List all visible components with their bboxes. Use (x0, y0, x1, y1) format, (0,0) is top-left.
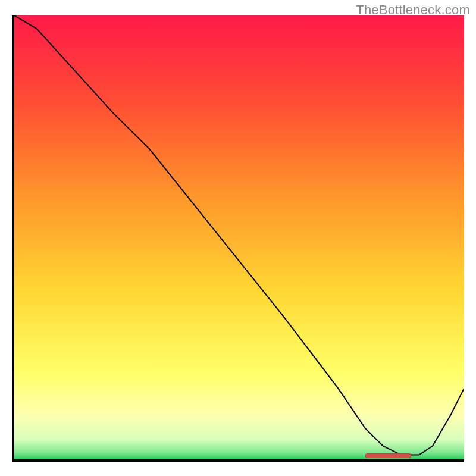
plot-area (12, 15, 464, 462)
optimal-range-marker (365, 453, 412, 458)
gradient-background (14, 15, 464, 459)
svg-rect-0 (14, 15, 464, 459)
chart-container: TheBottleneck.com (0, 0, 476, 476)
